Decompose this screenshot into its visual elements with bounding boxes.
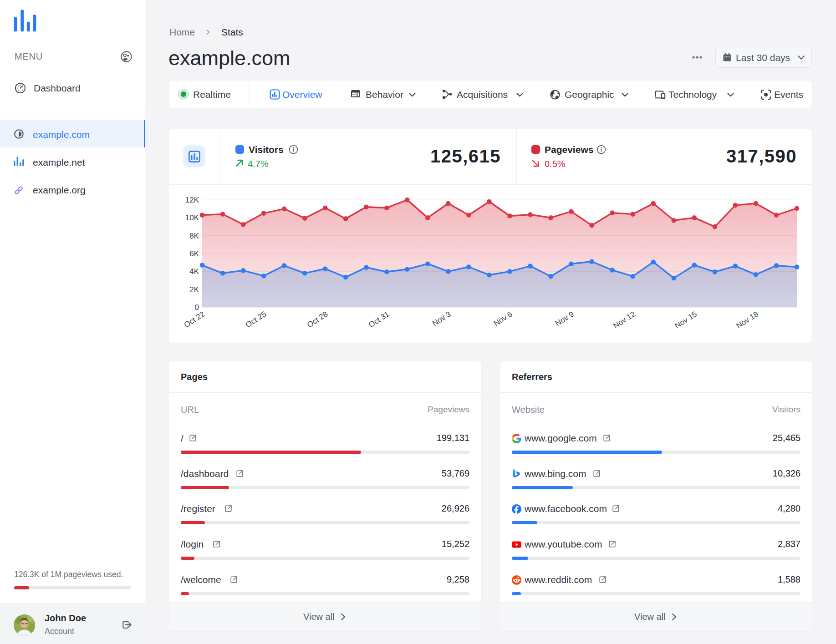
svg-text:Nov 15: Nov 15 xyxy=(673,309,698,330)
svg-text:2K: 2K xyxy=(189,285,199,294)
svg-text:Nov 18: Nov 18 xyxy=(735,309,760,330)
svg-text:Oct 28: Oct 28 xyxy=(306,309,329,329)
svg-text:Nov 12: Nov 12 xyxy=(612,309,637,330)
svg-text:10K: 10K xyxy=(185,213,199,222)
svg-text:Oct 25: Oct 25 xyxy=(244,309,268,329)
svg-text:Nov 3: Nov 3 xyxy=(431,309,453,328)
svg-text:Oct 22: Oct 22 xyxy=(183,309,206,329)
svg-text:0: 0 xyxy=(195,303,199,312)
svg-text:Oct 31: Oct 31 xyxy=(367,309,391,329)
svg-text:Nov 9: Nov 9 xyxy=(554,309,576,328)
svg-text:4K: 4K xyxy=(189,267,199,276)
svg-text:12K: 12K xyxy=(185,196,199,204)
svg-text:8K: 8K xyxy=(189,232,199,240)
svg-text:Nov 6: Nov 6 xyxy=(492,309,514,328)
svg-text:6K: 6K xyxy=(189,249,199,258)
